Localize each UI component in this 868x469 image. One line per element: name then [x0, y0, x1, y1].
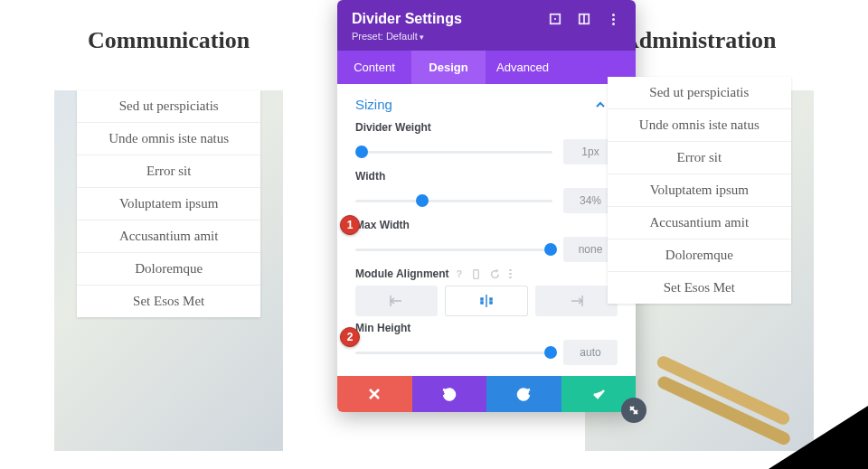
- chevron-up-icon: [595, 99, 606, 110]
- divider-settings-modal: Divider Settings Preset: Default Content…: [337, 0, 636, 412]
- check-icon: [591, 387, 606, 401]
- align-right-button[interactable]: [535, 286, 618, 316]
- undo-icon: [442, 387, 457, 401]
- list-card-communication: Sed ut perspiciatis Unde omnis iste natu…: [77, 90, 260, 317]
- modal-tabs: Content Design Advanced: [337, 51, 636, 84]
- resize-handle[interactable]: [621, 398, 646, 423]
- label-module-alignment: Module Alignment: [355, 267, 449, 280]
- column-communication: Communication Sed ut perspiciatis Unde o…: [54, 18, 283, 451]
- align-left-button[interactable]: [355, 286, 438, 316]
- kebab-icon[interactable]: [605, 11, 621, 27]
- redo-icon: [516, 387, 531, 401]
- redo-button[interactable]: [486, 376, 561, 412]
- cancel-button[interactable]: [337, 376, 412, 412]
- option-hover-controls: ?: [457, 268, 512, 279]
- corner-decoration: [769, 406, 868, 469]
- annotation-badge-2: 2: [340, 327, 360, 347]
- slider-max-width[interactable]: [355, 240, 552, 258]
- list-item[interactable]: Unde omnis iste natus: [608, 109, 791, 142]
- focus-icon[interactable]: [547, 11, 563, 27]
- help-icon[interactable]: ?: [457, 268, 463, 279]
- viewport-icon[interactable]: [471, 269, 481, 279]
- modal-footer: [337, 376, 636, 412]
- list-item[interactable]: Doloremque: [77, 253, 260, 286]
- annotation-badge-1: 1: [340, 215, 360, 235]
- snap-icon[interactable]: [576, 11, 592, 27]
- option-module-alignment: Module Alignment ?: [355, 267, 618, 316]
- tab-advanced[interactable]: Advanced: [486, 51, 560, 84]
- option-min-height: Min Height auto: [355, 322, 618, 365]
- close-icon: [367, 387, 382, 401]
- preset-dropdown[interactable]: Preset: Default: [352, 31, 621, 42]
- list-item[interactable]: Unde omnis iste natus: [77, 123, 260, 155]
- value-min-height[interactable]: auto: [563, 340, 618, 365]
- list-item[interactable]: Error sit: [608, 142, 791, 174]
- undo-button[interactable]: [412, 376, 487, 412]
- list-item[interactable]: Voluptatem ipsum: [608, 174, 791, 207]
- column-title-communication: Communication: [54, 27, 283, 54]
- option-max-width: Max Width none: [355, 219, 618, 262]
- svg-point-1: [554, 18, 556, 20]
- option-divider-weight: Divider Weight 1px: [355, 121, 618, 164]
- list-item[interactable]: Set Esos Met: [608, 272, 791, 304]
- list-item[interactable]: Set Esos Met: [77, 286, 260, 317]
- list-item[interactable]: Sed ut perspiciatis: [608, 77, 791, 109]
- label-min-height: Min Height: [355, 322, 618, 334]
- list-item[interactable]: Error sit: [77, 155, 260, 188]
- svg-rect-9: [490, 298, 492, 300]
- slider-min-height[interactable]: [355, 343, 552, 361]
- list-item[interactable]: Doloremque: [608, 239, 791, 272]
- svg-rect-8: [481, 298, 483, 300]
- option-width: Width 34%: [355, 170, 618, 213]
- tab-content[interactable]: Content: [337, 51, 411, 84]
- list-item[interactable]: Voluptatem ipsum: [77, 188, 260, 220]
- list-item[interactable]: Accusantium amit: [77, 220, 260, 253]
- label-max-width: Max Width: [355, 219, 618, 231]
- section-title: Sizing: [355, 97, 392, 112]
- reset-icon[interactable]: [490, 269, 500, 279]
- align-center-button[interactable]: [445, 286, 527, 316]
- list-card-administration: Sed ut perspiciatis Unde omnis iste natu…: [608, 77, 791, 304]
- label-divider-weight: Divider Weight: [355, 121, 618, 134]
- slider-width[interactable]: [355, 192, 552, 210]
- modal-title: Divider Settings: [352, 11, 534, 27]
- tab-design[interactable]: Design: [411, 51, 486, 84]
- list-item[interactable]: Accusantium amit: [608, 207, 791, 239]
- section-toggle-sizing[interactable]: Sizing: [355, 97, 618, 112]
- label-width: Width: [355, 170, 618, 183]
- svg-rect-4: [474, 269, 479, 278]
- list-item[interactable]: Sed ut perspiciatis: [77, 90, 260, 123]
- svg-rect-11: [490, 302, 492, 304]
- modal-panel: Sizing Divider Weight 1px Width 34%: [337, 84, 636, 376]
- slider-divider-weight[interactable]: [355, 143, 552, 161]
- modal-header[interactable]: Divider Settings Preset: Default: [337, 0, 636, 51]
- option-kebab-icon[interactable]: [509, 269, 512, 279]
- svg-rect-10: [481, 302, 483, 304]
